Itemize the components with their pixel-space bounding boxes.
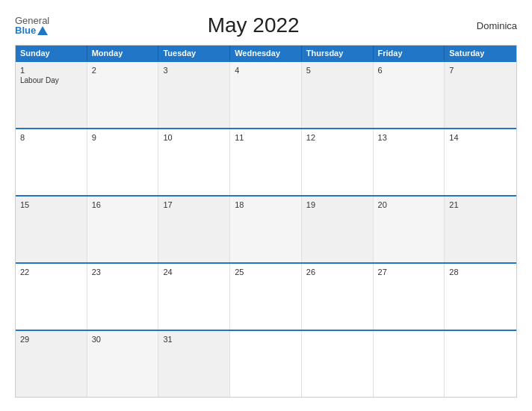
calendar-cell-w3-d5: 19 xyxy=(302,197,374,262)
day-event: Labour Day xyxy=(20,76,82,84)
calendar-cell-w1-d3: 3 xyxy=(158,62,230,128)
day-number: 28 xyxy=(449,268,512,276)
calendar-week-1: 1Labour Day234567 xyxy=(16,61,516,128)
calendar-week-4: 22232425262728 xyxy=(16,262,516,330)
calendar-cell-w5-d3: 31 xyxy=(158,331,230,397)
calendar-page: General Blue May 2022 Dominica Sunday Mo… xyxy=(0,0,532,411)
day-number: 17 xyxy=(163,200,225,209)
calendar-cell-w4-d1: 22 xyxy=(16,264,87,330)
day-number: 31 xyxy=(163,335,225,344)
calendar-cell-w5-d4 xyxy=(230,331,302,397)
day-number: 19 xyxy=(306,200,368,209)
day-number: 18 xyxy=(235,200,297,209)
day-number: 11 xyxy=(235,133,297,142)
day-number: 3 xyxy=(163,66,225,75)
calendar-cell-w1-d7: 7 xyxy=(445,62,516,128)
day-number: 9 xyxy=(92,133,154,142)
day-number: 23 xyxy=(92,268,154,276)
day-number: 27 xyxy=(378,268,440,276)
calendar-cell-w2-d7: 14 xyxy=(445,129,516,195)
day-number: 16 xyxy=(92,200,154,209)
day-number: 1 xyxy=(20,66,82,75)
calendar-week-2: 891011121314 xyxy=(16,128,516,195)
calendar-cell-w4-d2: 23 xyxy=(87,264,159,330)
calendar-cell-w4-d3: 24 xyxy=(158,264,230,330)
header-sunday: Sunday xyxy=(16,46,87,61)
calendar-cell-w3-d7: 21 xyxy=(445,197,516,262)
day-number: 29 xyxy=(20,335,82,344)
calendar-cell-w2-d5: 12 xyxy=(302,129,374,195)
logo-triangle-icon xyxy=(37,26,48,35)
calendar-cell-w4-d5: 26 xyxy=(302,264,374,330)
day-number: 21 xyxy=(449,200,512,209)
calendar-cell-w1-d6: 6 xyxy=(374,62,445,128)
day-number: 15 xyxy=(20,200,82,209)
calendar-week-5: 293031 xyxy=(16,330,516,397)
calendar-cell-w4-d7: 28 xyxy=(445,264,516,330)
header-monday: Monday xyxy=(87,46,159,61)
calendar-cell-w3-d4: 18 xyxy=(230,197,302,262)
calendar-cell-w2-d4: 11 xyxy=(230,129,302,195)
header-tuesday: Tuesday xyxy=(158,46,230,61)
calendar-title: May 2022 xyxy=(49,13,457,37)
day-number: 25 xyxy=(235,268,297,276)
calendar-cell-w3-d6: 20 xyxy=(374,197,445,262)
day-number: 26 xyxy=(306,268,368,276)
logo: General Blue xyxy=(15,16,49,35)
calendar-body: 1Labour Day23456789101112131415161718192… xyxy=(16,61,516,397)
calendar-header: Sunday Monday Tuesday Wednesday Thursday… xyxy=(16,46,516,61)
day-number: 10 xyxy=(163,133,225,142)
header-wednesday: Wednesday xyxy=(230,46,302,61)
calendar-cell-w5-d2: 30 xyxy=(87,331,159,397)
day-number: 7 xyxy=(449,66,512,75)
day-number: 4 xyxy=(235,66,297,75)
header-friday: Friday xyxy=(374,46,445,61)
day-number: 20 xyxy=(378,200,440,209)
calendar-cell-w3-d2: 16 xyxy=(87,197,159,262)
day-number: 2 xyxy=(92,66,154,75)
day-number: 12 xyxy=(306,133,368,142)
day-number: 14 xyxy=(449,133,512,142)
calendar-cell-w2-d6: 13 xyxy=(374,129,445,195)
calendar-cell-w1-d1: 1Labour Day xyxy=(16,62,87,128)
day-number: 6 xyxy=(378,66,440,75)
calendar-cell-w4-d4: 25 xyxy=(230,264,302,330)
header-thursday: Thursday xyxy=(302,46,374,61)
day-number: 30 xyxy=(92,335,154,344)
logo-blue-text: Blue xyxy=(15,25,36,35)
day-number: 24 xyxy=(163,268,225,276)
calendar-cell-w5-d1: 29 xyxy=(16,331,87,397)
header: General Blue May 2022 Dominica xyxy=(15,13,517,37)
country-label: Dominica xyxy=(457,20,517,31)
day-number: 5 xyxy=(306,66,368,75)
day-number: 22 xyxy=(20,268,82,276)
day-number: 8 xyxy=(20,133,82,142)
calendar-cell-w1-d2: 2 xyxy=(87,62,159,128)
calendar-week-3: 15161718192021 xyxy=(16,195,516,262)
calendar-cell-w2-d3: 10 xyxy=(158,129,230,195)
calendar-cell-w2-d2: 9 xyxy=(87,129,159,195)
calendar-cell-w5-d5 xyxy=(302,331,374,397)
calendar-cell-w5-d7 xyxy=(445,331,516,397)
calendar-cell-w3-d1: 15 xyxy=(16,197,87,262)
calendar-cell-w4-d6: 27 xyxy=(374,264,445,330)
calendar-cell-w1-d4: 4 xyxy=(230,62,302,128)
calendar-cell-w1-d5: 5 xyxy=(302,62,374,128)
calendar-cell-w5-d6 xyxy=(374,331,445,397)
calendar-cell-w3-d3: 17 xyxy=(158,197,230,262)
header-saturday: Saturday xyxy=(445,46,516,61)
calendar: Sunday Monday Tuesday Wednesday Thursday… xyxy=(15,45,517,398)
calendar-cell-w2-d1: 8 xyxy=(16,129,87,195)
day-number: 13 xyxy=(378,133,440,142)
